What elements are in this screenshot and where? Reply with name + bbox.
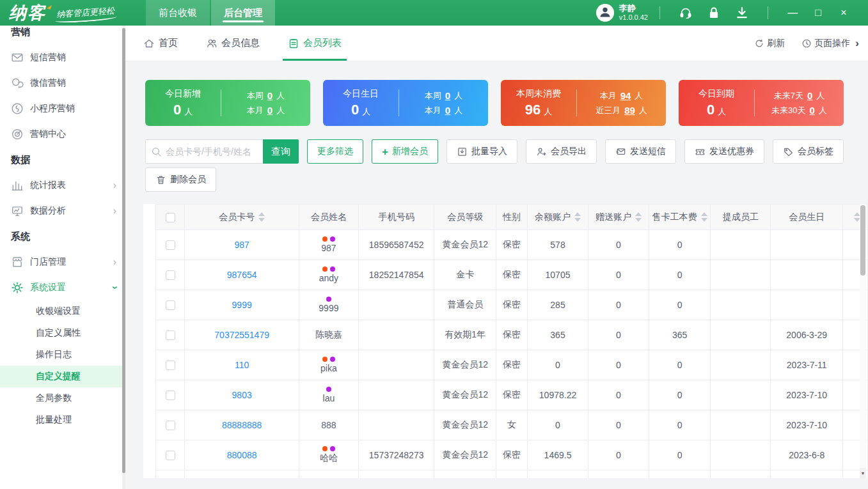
- sort-asc-icon[interactable]: [258, 212, 265, 216]
- refresh-button[interactable]: 刷新: [754, 38, 785, 49]
- topbar-tab-后台管理[interactable]: 后台管理: [211, 0, 275, 26]
- close-button[interactable]: ×: [831, 0, 856, 26]
- member-card-link[interactable]: 88888888: [222, 420, 262, 430]
- stat-card-sub: 本周0人本月0人: [399, 90, 488, 116]
- col-header-会员卡号[interactable]: 会员卡号: [185, 205, 299, 230]
- sort-asc-icon[interactable]: [701, 212, 707, 216]
- 更多筛选-button[interactable]: 更多筛选: [307, 139, 363, 164]
- stat-line-value[interactable]: 89: [624, 105, 635, 116]
- member-card-link[interactable]: 9999: [232, 300, 252, 310]
- orange-dot: [322, 267, 327, 272]
- row-checkbox[interactable]: [166, 451, 175, 460]
- download-icon[interactable]: [735, 6, 749, 20]
- 删除会员-button[interactable]: 删除会员: [145, 167, 216, 192]
- col-header-checkbox[interactable]: [156, 205, 185, 230]
- sidebar-subitem-自定义提醒[interactable]: 自定义提醒: [0, 366, 125, 387]
- sidebar-scrollbar[interactable]: [122, 26, 125, 489]
- stat-line-value[interactable]: 0: [267, 105, 272, 116]
- row-checkbox[interactable]: [166, 240, 175, 250]
- 发送短信-button[interactable]: 发送短信: [605, 139, 676, 164]
- 发送优惠券-button[interactable]: 发送优惠券: [684, 139, 764, 164]
- row-checkbox[interactable]: [166, 270, 175, 280]
- refresh-icon: [754, 38, 764, 49]
- cell-name: 987: [299, 230, 358, 260]
- col-header-inner: 余额账户: [528, 212, 588, 223]
- chevron-right-icon[interactable]: ›: [855, 37, 859, 50]
- col-header-手机号码: 手机号码: [358, 205, 434, 230]
- row-checkbox[interactable]: [166, 330, 175, 340]
- table-scrollbar-thumb[interactable]: [860, 205, 865, 276]
- minimize-button[interactable]: —: [780, 0, 805, 26]
- sidebar-subitem-全局参数[interactable]: 全局参数: [0, 387, 125, 409]
- sidebar-item-统计报表[interactable]: 统计报表›: [0, 173, 125, 198]
- stat-line-value[interactable]: 0: [267, 90, 272, 101]
- stat-line-value[interactable]: 0: [445, 105, 450, 116]
- sidebar-item-营销中心[interactable]: 营销中心: [0, 121, 125, 147]
- sidebar-subitem-收银端设置[interactable]: 收银端设置: [0, 300, 125, 322]
- sidebar-item-微信营销[interactable]: 微信营销: [0, 70, 125, 96]
- tab-会员列表[interactable]: 会员列表: [288, 26, 342, 61]
- sort-icon[interactable]: [574, 212, 581, 222]
- sort-desc-icon[interactable]: [258, 218, 265, 222]
- tab-label: 会员列表: [303, 37, 342, 49]
- member-card-link[interactable]: 880088: [227, 450, 257, 460]
- sort-icon[interactable]: [258, 212, 265, 222]
- col-header-售卡工本费[interactable]: 售卡工本费: [649, 205, 711, 230]
- stat-line-value[interactable]: 0: [807, 90, 812, 101]
- sort-desc-icon[interactable]: [635, 218, 642, 222]
- sidebar-scrollbar-thumb[interactable]: [122, 28, 125, 473]
- member-card-link[interactable]: 70372551479: [214, 330, 269, 340]
- stat-line-value[interactable]: 0: [810, 105, 815, 116]
- member-card-link[interactable]: 9803: [232, 390, 252, 400]
- sort-icon[interactable]: [635, 212, 642, 222]
- sort-asc-icon[interactable]: [635, 212, 642, 216]
- col-header-赠送账户[interactable]: 赠送账户: [588, 205, 649, 230]
- col-header-余额账户[interactable]: 余额账户: [528, 205, 588, 230]
- barchart-icon: [11, 179, 24, 192]
- sidebar-item-短信营销[interactable]: 短信营销: [0, 45, 125, 70]
- scroll-down-arrow[interactable]: ▼: [860, 468, 866, 478]
- tab-会员信息[interactable]: 会员信息: [206, 26, 260, 61]
- member-card-link[interactable]: 110: [235, 360, 249, 370]
- select-all-checkbox[interactable]: [166, 213, 175, 222]
- table-scrollbar[interactable]: ▼: [860, 204, 866, 478]
- topbar-tab-前台收银[interactable]: 前台收银: [146, 0, 210, 26]
- sidebar-item-label: 营销中心: [30, 128, 66, 140]
- sort-icon[interactable]: [701, 212, 707, 222]
- row-checkbox[interactable]: [166, 300, 175, 310]
- 批量导入-button[interactable]: 批量导入: [446, 139, 517, 164]
- member-card-link[interactable]: 987: [234, 240, 249, 250]
- sidebar-subitem-自定义属性[interactable]: 自定义属性: [0, 322, 125, 344]
- row-checkbox[interactable]: [166, 391, 175, 400]
- row-checkbox[interactable]: [166, 421, 175, 430]
- member-card-link[interactable]: 987654: [227, 270, 257, 280]
- row-checkbox[interactable]: [166, 361, 175, 370]
- person-icon: [598, 4, 612, 21]
- stat-card-title: 今日生日: [343, 88, 379, 100]
- stat-card-main: 今日新增0人: [145, 88, 221, 118]
- green-buttons: 更多筛选+新增会员: [307, 139, 438, 164]
- maximize-button[interactable]: □: [805, 0, 831, 26]
- sidebar-item-门店管理[interactable]: 门店管理›: [0, 249, 125, 275]
- tab-首页[interactable]: 首页: [143, 26, 178, 61]
- avatar[interactable]: [596, 4, 614, 22]
- sidebar-subitem-批量处理[interactable]: 批量处理: [0, 409, 125, 431]
- 新增会员-button[interactable]: +新增会员: [372, 139, 438, 164]
- page-ops-button[interactable]: 页面操作: [801, 38, 850, 49]
- sidebar-item-系统设置[interactable]: 系统设置›: [0, 275, 125, 300]
- stat-line-value[interactable]: 0: [445, 90, 450, 101]
- sidebar-item-数据分析[interactable]: 数据分析›: [0, 198, 125, 224]
- sort-asc-icon[interactable]: [574, 212, 581, 216]
- support-icon[interactable]: [679, 6, 693, 20]
- stat-line-value[interactable]: 94: [620, 90, 631, 101]
- lock-icon[interactable]: [707, 6, 721, 20]
- 会员导出-button[interactable]: 会员导出: [526, 139, 597, 164]
- query-button[interactable]: 查询: [263, 139, 299, 164]
- sort-desc-icon[interactable]: [701, 218, 707, 222]
- search-input[interactable]: [166, 146, 258, 157]
- 会员标签-button[interactable]: 会员标签: [773, 139, 844, 164]
- sort-desc-icon[interactable]: [574, 218, 581, 222]
- sidebar-subitem-操作日志[interactable]: 操作日志: [0, 344, 125, 366]
- sidebar-item-小程序营销[interactable]: 小程序营销: [0, 96, 125, 121]
- button-label: 更多筛选: [317, 146, 353, 157]
